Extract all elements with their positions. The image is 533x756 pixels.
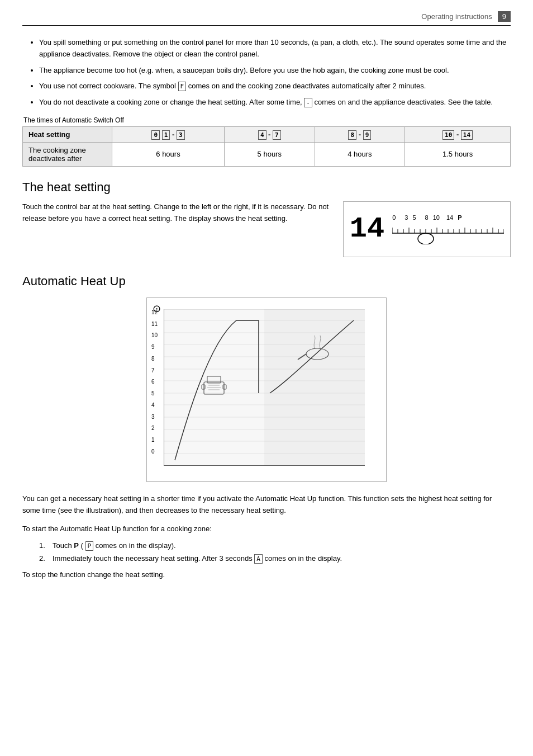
table-label: The times of Automatic Switch Off [23,116,511,124]
auto-heat-title: Automatic Heat Up [22,274,511,289]
heat-display-row: 14 0 3 5 8 10 14 P [350,214,504,244]
heat-setting-diagram: 14 0 3 5 8 10 14 P [343,201,511,257]
table-header-col3: 8 - 9 [315,126,405,142]
auto-heat-text2: To start the Automatic Heat Up function … [22,523,511,535]
bullet-4: You do not deactivate a cooking zone or … [39,97,511,108]
bullet-list: You spill something or put something on … [39,37,511,108]
heat-setting-text: Touch the control bar at the heat settin… [22,201,332,257]
table-cell-5h: 5 hours [224,142,315,166]
table-header-col1: 0 1 - 3 [112,126,225,142]
table-header-col4: 10 - 14 [405,126,511,142]
svg-point-22 [418,233,434,244]
bullet-3: You use not correct cookware. The symbol… [39,81,511,92]
heat-large-number: 14 [350,215,384,244]
table-cell-15h: 1.5 hours [405,142,511,166]
heat-setting-title: The heat setting [22,180,511,195]
step-1: 1. Touch P ( P comes on in the display). [39,541,511,550]
control-bar-svg [392,222,504,244]
page-number: 9 [498,11,511,22]
heat-setting-content: Touch the control bar at the heat settin… [22,201,511,257]
auto-heat-steps: 1. Touch P ( P comes on in the display).… [39,541,511,563]
auto-heat-diagram-wrap: ⊙ 0 1 2 3 4 5 6 7 8 9 10 11 12 [22,297,511,482]
y-axis-labels: 0 1 2 3 4 5 6 7 8 9 10 11 12 [151,309,158,455]
heat-table: Heat setting 0 1 - 3 4 - 7 8 - 9 10 - 14 [22,126,511,167]
diagram-heat-inner: 14 0 3 5 8 10 14 P [350,214,503,244]
bullet-2: The appliance become too hot (e.g. when,… [39,65,511,77]
auto-heat-text1: You can get a necessary heat setting in … [22,493,511,517]
bullet-1: You spill something or put something on … [39,37,511,60]
header-title: Operating instructions [421,12,492,21]
table-header-col2: 4 - 7 [224,126,315,142]
page-header: Operating instructions 9 [22,11,511,26]
table-header-heat: Heat setting [23,126,112,142]
auto-heat-diagram: ⊙ 0 1 2 3 4 5 6 7 8 9 10 11 12 [146,297,387,482]
heat-scale-area: 0 3 5 8 10 14 P [392,214,504,244]
table-cell-4h: 4 hours [315,142,405,166]
table-row-label: The cooking zonedeactivates after [23,142,112,166]
auto-heat-chart-svg: 0 1 2 3 4 5 6 7 8 9 10 11 12 13 14 [164,309,365,466]
auto-heat-text3: To stop the function change the heat set… [22,569,511,581]
step-2: 2. Immediately touch the necessary heat … [39,554,511,563]
table-cell-6h: 6 hours [112,142,225,166]
scale-numbers: 0 3 5 8 10 14 P [392,214,504,221]
